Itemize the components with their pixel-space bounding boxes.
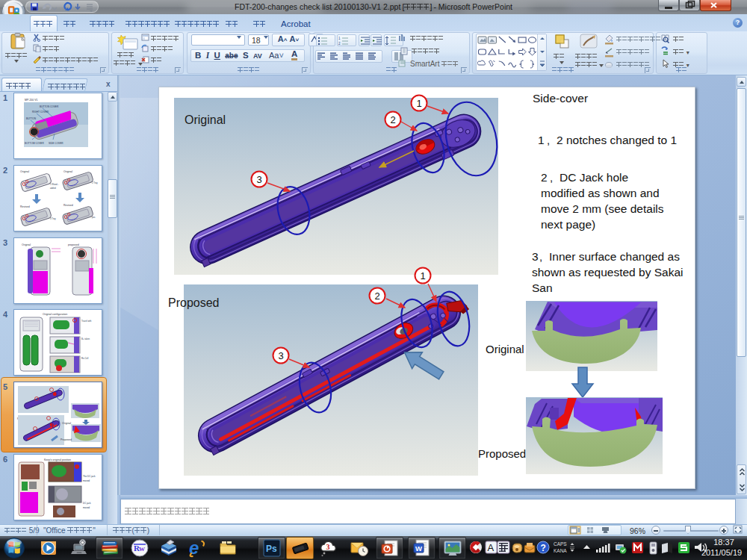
svg-text:,: , — [539, 250, 542, 263]
svg-text:shown as requested by Sakai: shown as requested by Sakai — [532, 266, 683, 279]
svg-text:MP-200 V1: MP-200 V1 — [25, 99, 38, 102]
svg-text:San: San — [532, 281, 553, 294]
svg-text:Original: Original — [63, 170, 72, 173]
svg-text:Keep's original position: Keep's original position — [44, 458, 71, 461]
svg-text:,: , — [547, 134, 550, 146]
svg-text:DC jack: DC jack — [83, 502, 91, 505]
svg-text:BUTTON COVER: BUTTON COVER — [40, 105, 59, 108]
svg-text:3: 3 — [532, 250, 539, 263]
svg-text:3: 3 — [278, 350, 283, 361]
svg-text:Original: Original — [20, 170, 29, 173]
svg-text:Inner surface changed as: Inner surface changed as — [549, 250, 680, 263]
svg-text:3: 3 — [326, 543, 330, 551]
svg-text:B+ taken: B+ taken — [81, 337, 90, 340]
svg-text:Re-Cell: Re-Cell — [81, 357, 89, 360]
svg-text:proposed: proposed — [68, 243, 79, 246]
svg-text:BOTTOM COVER: BOTTOM COVER — [25, 142, 44, 145]
svg-text:?: ? — [541, 543, 546, 553]
svg-text:next page): next page) — [541, 218, 595, 231]
svg-text:RIGHT COVER: RIGHT COVER — [32, 111, 49, 113]
svg-text:Original: Original — [185, 113, 226, 126]
svg-text:Proposed: Proposed — [478, 447, 526, 460]
svg-text:1: 1 — [420, 270, 425, 281]
svg-text:KANA: KANA — [554, 548, 567, 553]
svg-text:Proposed: Proposed — [168, 296, 220, 309]
svg-text:1: 1 — [416, 98, 421, 109]
svg-text:1 Wood...: 1 Wood... — [50, 183, 59, 186]
svg-text:modified as shown and: modified as shown and — [541, 187, 660, 199]
svg-text:A: A — [488, 542, 495, 553]
svg-text:pos: pos — [92, 216, 96, 219]
svg-text:2: 2 — [541, 171, 548, 184]
svg-text:added: added — [50, 187, 56, 190]
svg-text:Original: Original — [486, 343, 524, 355]
svg-text:Ps: Ps — [266, 544, 277, 554]
svg-text:Revised: Revised — [63, 204, 73, 207]
svg-text:1: 1 — [338, 37, 341, 40]
svg-text:Original: Original — [62, 422, 71, 425]
svg-text:2 notches changed to 1: 2 notches changed to 1 — [557, 134, 677, 146]
svg-text:The DC jack: The DC jack — [83, 475, 96, 478]
svg-text:2: 2 — [374, 290, 379, 302]
svg-text:2: 2 — [390, 114, 395, 125]
svg-text:Side-cover: Side-cover — [533, 92, 588, 105]
svg-text:Revised: Revised — [20, 205, 30, 208]
svg-text:Travel with: Travel with — [81, 320, 92, 323]
svg-text:DC Jack hole: DC Jack hole — [560, 171, 628, 184]
svg-text:SIDE COVER: SIDE COVER — [49, 142, 63, 145]
svg-text:CAPS: CAPS — [554, 541, 567, 547]
svg-text:w: w — [139, 544, 145, 553]
svg-text:Original configuration: Original configuration — [43, 313, 67, 316]
svg-text:2: 2 — [338, 42, 341, 46]
svg-text:move 2 mm (see details: move 2 mm (see details — [541, 202, 664, 215]
svg-text:1: 1 — [538, 134, 545, 146]
svg-text:3 Tray: 3 Tray — [50, 217, 56, 220]
svg-text:W: W — [415, 544, 422, 553]
svg-text:Original: Original — [22, 243, 31, 246]
svg-text:Proposed: Proposed — [61, 438, 72, 441]
svg-text:moved: moved — [83, 506, 90, 509]
svg-text:moved: moved — [83, 479, 90, 482]
svg-text:3: 3 — [256, 174, 261, 185]
svg-text:BUTTON: BUTTON — [26, 117, 37, 120]
svg-text:2 Tray: 2 Tray — [92, 181, 98, 184]
svg-text:,: , — [550, 171, 553, 184]
